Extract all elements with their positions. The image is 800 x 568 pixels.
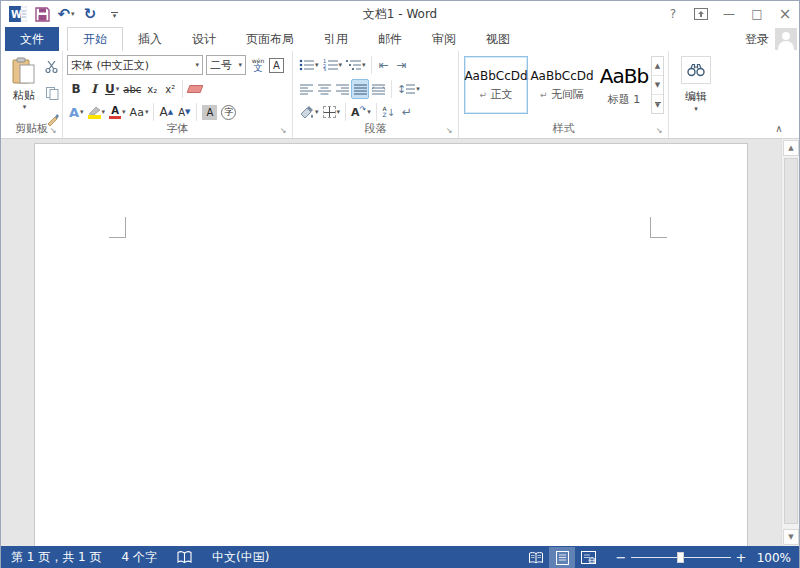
- italic-button[interactable]: I: [85, 79, 103, 99]
- zoom-out-button[interactable]: −: [613, 550, 629, 565]
- scroll-up-button[interactable]: ▲: [783, 140, 799, 156]
- zoom-slider-thumb[interactable]: [677, 552, 684, 563]
- clipboard-dialog-launcher[interactable]: ↘: [48, 125, 58, 135]
- font-size-dropdown[interactable]: ▾: [238, 61, 242, 69]
- zoom-slider[interactable]: [631, 547, 731, 568]
- tab-review[interactable]: 审阅: [417, 27, 471, 51]
- justify-button[interactable]: [351, 79, 369, 99]
- font-name-dropdown[interactable]: ▾: [195, 61, 199, 69]
- save-button[interactable]: [33, 4, 51, 24]
- help-button[interactable]: ?: [659, 3, 687, 25]
- web-layout-icon: [581, 551, 596, 564]
- tab-references[interactable]: 引用: [309, 27, 363, 51]
- document-area[interactable]: ▲ ▼: [1, 139, 799, 546]
- multilevel-list-button[interactable]: ▾: [344, 55, 368, 75]
- tab-design[interactable]: 设计: [177, 27, 231, 51]
- zoom-percentage[interactable]: 100%: [749, 551, 791, 565]
- minimize-button[interactable]: —: [715, 3, 743, 25]
- tab-page-layout[interactable]: 页面布局: [231, 27, 309, 51]
- font-color-button[interactable]: A▾: [107, 102, 128, 122]
- shading-button[interactable]: ▾: [297, 102, 321, 122]
- font-name-combobox[interactable]: 宋体 (中文正文)▾: [67, 55, 203, 75]
- show-hide-marks-button[interactable]: ↵: [398, 102, 416, 122]
- print-layout-button[interactable]: [549, 547, 575, 568]
- increase-indent-button[interactable]: ⇥: [393, 55, 411, 75]
- undo-button[interactable]: ↶▾: [57, 4, 75, 24]
- highlight-button[interactable]: ▾: [86, 102, 108, 122]
- undo-dropdown[interactable]: ▾: [71, 10, 75, 18]
- styles-scroll-down[interactable]: ▼: [652, 76, 663, 95]
- distributed-button[interactable]: [369, 79, 388, 99]
- change-case-button[interactable]: Aa▾: [128, 102, 151, 122]
- character-shading-button[interactable]: A: [200, 102, 219, 122]
- shrink-font-button[interactable]: A▼: [175, 102, 193, 122]
- subscript-button[interactable]: x₂: [143, 79, 161, 99]
- paragraph-dialog-launcher[interactable]: ↘: [444, 125, 454, 135]
- font-group-label: 字体: [63, 121, 292, 136]
- redo-button[interactable]: ↻: [81, 4, 99, 24]
- align-center-button[interactable]: [315, 79, 333, 99]
- vertical-scrollbar[interactable]: ▲ ▼: [781, 139, 799, 546]
- sign-in-button[interactable]: 登录: [745, 31, 769, 48]
- copy-icon: [46, 87, 59, 100]
- language-status[interactable]: 中文(中国): [202, 546, 279, 568]
- bullets-button[interactable]: ▾: [297, 55, 321, 75]
- web-layout-button[interactable]: [575, 547, 601, 568]
- style-normal[interactable]: AaBbCcDd ↵ 正文: [464, 56, 528, 114]
- word-window: W ↶▾ ↻ ▾ 文档1 - Word ? — □ × 文件 开始 插入 设计 …: [0, 0, 800, 568]
- proofing-status[interactable]: [167, 546, 202, 568]
- maximize-button[interactable]: □: [743, 3, 771, 25]
- zoom-in-button[interactable]: +: [733, 550, 749, 565]
- tab-file[interactable]: 文件: [5, 27, 59, 51]
- align-right-button[interactable]: [333, 79, 351, 99]
- read-mode-button[interactable]: [523, 547, 549, 568]
- font-dialog-launcher[interactable]: ↘: [278, 125, 288, 135]
- decrease-indent-button[interactable]: ⇤: [375, 55, 393, 75]
- copy-button[interactable]: [43, 83, 61, 103]
- tab-view[interactable]: 视图: [471, 27, 525, 51]
- asian-layout-button[interactable]: A↷▾: [349, 102, 373, 122]
- underline-button[interactable]: U▾: [103, 79, 121, 99]
- cut-button[interactable]: [43, 57, 61, 77]
- borders-button[interactable]: ▾: [321, 102, 343, 122]
- styles-dialog-launcher[interactable]: ↘: [654, 125, 664, 135]
- binoculars-icon: [687, 63, 705, 77]
- style-heading-1[interactable]: AaBb 标题 1: [596, 56, 652, 114]
- paste-dropdown[interactable]: ▾: [23, 103, 27, 111]
- editing-group-button[interactable]: 编辑: [669, 89, 723, 104]
- qat-customize-button[interactable]: ▾: [105, 5, 123, 25]
- text-effects-button[interactable]: A▾: [67, 102, 86, 122]
- scrollbar-thumb[interactable]: [784, 158, 798, 524]
- superscript-button[interactable]: x²: [161, 79, 179, 99]
- sort-button[interactable]: AZ↓: [380, 102, 398, 122]
- align-left-button[interactable]: [297, 79, 315, 99]
- scroll-down-button[interactable]: ▼: [783, 529, 799, 545]
- bold-button[interactable]: B: [67, 79, 85, 99]
- style-no-spacing[interactable]: AaBbCcDd ↵ 无间隔: [530, 56, 594, 114]
- avatar[interactable]: [775, 28, 797, 50]
- collapse-ribbon-button[interactable]: ∧: [769, 123, 789, 134]
- tab-home[interactable]: 开始: [67, 27, 123, 51]
- paste-button[interactable]: 粘贴 ▾: [7, 56, 41, 120]
- phonetic-guide-button[interactable]: wén文: [249, 55, 267, 75]
- tab-mailings[interactable]: 邮件: [363, 27, 417, 51]
- underline-dropdown[interactable]: ▾: [116, 85, 120, 93]
- styles-scroll-up[interactable]: ▲: [652, 57, 663, 76]
- page-number-status[interactable]: 第 1 页，共 1 页: [1, 546, 112, 568]
- document-page[interactable]: [34, 143, 748, 546]
- numbering-button[interactable]: 123▾: [321, 55, 345, 75]
- find-button[interactable]: [681, 56, 711, 84]
- line-spacing-button[interactable]: ↕▾: [395, 79, 422, 99]
- word-count-status[interactable]: 4 个字: [112, 546, 167, 568]
- character-border-button[interactable]: A: [267, 55, 286, 75]
- tab-insert[interactable]: 插入: [123, 27, 177, 51]
- ribbon-display-options-button[interactable]: [687, 3, 715, 25]
- editing-dropdown[interactable]: ▾: [669, 105, 723, 113]
- close-button[interactable]: ×: [771, 3, 799, 25]
- clear-formatting-button[interactable]: [186, 79, 204, 99]
- strikethrough-button[interactable]: abc: [121, 79, 143, 99]
- enclose-characters-button[interactable]: 字: [219, 102, 238, 122]
- font-size-combobox[interactable]: 二号▾: [206, 55, 246, 75]
- styles-more-button[interactable]: ▼: [652, 95, 663, 113]
- grow-font-button[interactable]: A▲: [157, 102, 175, 122]
